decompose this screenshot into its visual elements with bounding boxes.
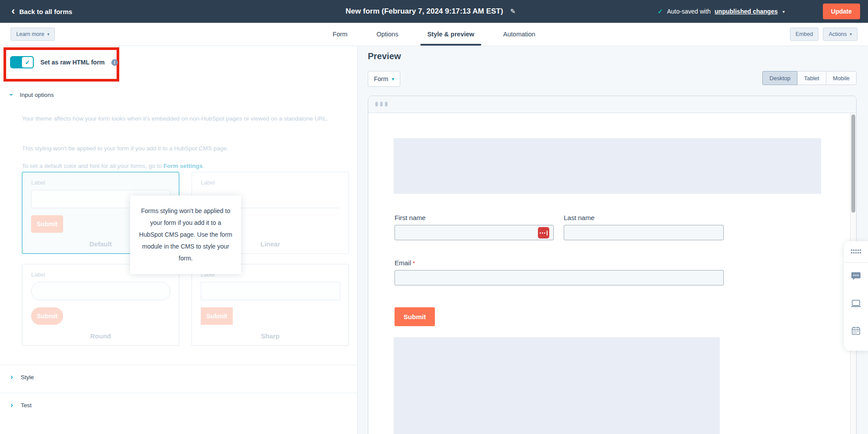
- required-asterisk: *: [413, 260, 415, 267]
- autosave-check-icon: ✓: [658, 7, 663, 15]
- actions-button[interactable]: Actions ▾: [823, 28, 857, 41]
- input-options-section-header[interactable]: › Input options: [10, 91, 54, 98]
- tab-options[interactable]: Options: [375, 23, 400, 46]
- autosave-caret-icon[interactable]: ▾: [783, 9, 785, 14]
- preview-form-selector[interactable]: Form ▾: [368, 71, 400, 87]
- form-settings-prefix: To set a default color and font for all …: [22, 163, 164, 169]
- learn-more-button[interactable]: Learn more ▾: [11, 28, 55, 41]
- device-toggle-group: Desktop Tablet Mobile: [762, 71, 857, 85]
- email-label: Email*: [395, 259, 415, 267]
- back-chevron-icon: ‹: [11, 6, 15, 16]
- top-navigation-bar: ‹ Back to all forms New form (February 7…: [0, 0, 868, 23]
- embed-button[interactable]: Embed: [790, 28, 819, 41]
- style-section-header[interactable]: › Style: [11, 374, 34, 381]
- preview-title: Preview: [368, 51, 401, 61]
- editor-tabs: Form Options Style & preview Automation: [331, 23, 537, 46]
- raw-html-toggle-row: ✓ Set as raw HTML form i: [10, 56, 118, 68]
- section-divider: [0, 393, 357, 393]
- update-button[interactable]: Update: [823, 4, 860, 19]
- raw-html-toggle-label: Set as raw HTML form: [40, 59, 105, 66]
- form-settings-note-text: To set a default color and font for all …: [22, 160, 350, 172]
- theme-card-input-preview: [201, 282, 340, 300]
- theme-description-text: Your theme affects how your form looks w…: [22, 113, 350, 125]
- section-divider: [0, 365, 357, 365]
- style-settings-panel: ✓ Set as raw HTML form i › Input options…: [0, 46, 358, 434]
- raw-html-toggle[interactable]: ✓: [10, 56, 34, 68]
- editor-toolbar: Learn more ▾ Form Options Style & previe…: [0, 23, 868, 46]
- back-to-all-forms-link[interactable]: ‹ Back to all forms: [11, 7, 72, 16]
- theme-card-submit-preview: Submit: [31, 307, 63, 325]
- chevron-down-icon: ›: [8, 93, 15, 96]
- info-icon[interactable]: i: [111, 59, 118, 66]
- test-section-label: Test: [21, 402, 32, 409]
- learn-more-label: Learn more: [16, 31, 44, 37]
- device-button-mobile[interactable]: Mobile: [826, 71, 857, 85]
- first-name-input[interactable]: [395, 225, 554, 240]
- actions-label: Actions: [829, 31, 847, 37]
- preview-browser-frame: First name Last name Email* Submit: [368, 96, 857, 434]
- email-label-text: Email: [395, 259, 411, 267]
- page-footer-placeholder: [394, 337, 720, 434]
- actions-caret-icon: ▾: [850, 32, 852, 36]
- autosave-text: Auto-saved with: [667, 8, 711, 15]
- preview-page-content: First name Last name Email* Submit: [368, 113, 856, 434]
- form-title-wrap: New form (February 7, 2024 9:17:13 AM ES…: [345, 7, 516, 16]
- first-name-label: First name: [395, 214, 426, 221]
- theme-card-round[interactable]: Label Submit Round: [22, 264, 179, 346]
- preview-form-selector-label: Form: [374, 75, 388, 82]
- cms-styling-tooltip: Forms styling won't be applied to your f…: [130, 196, 241, 274]
- form-settings-suffix: .: [203, 163, 204, 169]
- password-manager-autofill-icon[interactable]: [538, 227, 549, 238]
- theme-card-submit-preview: Submit: [201, 307, 233, 325]
- cms-styling-note-text: This styling won't be applied to your fo…: [22, 143, 350, 154]
- input-options-title: Input options: [20, 92, 53, 98]
- chevron-right-icon: ›: [11, 402, 13, 409]
- theme-card-field-label: Label: [201, 179, 215, 186]
- theme-card-name: Round: [22, 332, 179, 340]
- theme-card-name: Sharp: [192, 332, 349, 340]
- autosave-status: ✓ Auto-saved with unpublished changes ▾: [658, 7, 785, 15]
- preview-scrollbar-thumb[interactable]: [851, 114, 855, 213]
- calendar-icon[interactable]: [844, 317, 868, 344]
- toolbar-right-actions: Embed Actions ▾: [790, 28, 857, 41]
- back-label: Back to all forms: [19, 8, 72, 15]
- tab-automation[interactable]: Automation: [502, 23, 537, 46]
- form-submit-button[interactable]: Submit: [395, 307, 435, 326]
- toggle-check-icon: ✓: [21, 56, 34, 68]
- learn-more-caret-icon: ▾: [47, 32, 50, 36]
- last-name-label: Last name: [564, 214, 594, 221]
- grid-handle-icon[interactable]: [844, 241, 868, 263]
- theme-card-sharp[interactable]: Label Submit Sharp: [192, 264, 349, 346]
- style-section-label: Style: [21, 374, 34, 381]
- form-title: New form (February 7, 2024 9:17:13 AM ES…: [345, 7, 503, 16]
- unpublished-changes-link[interactable]: unpublished changes: [715, 8, 778, 15]
- tab-style-preview[interactable]: Style & preview: [426, 23, 476, 46]
- browser-dots-icon: [375, 102, 388, 107]
- theme-card-submit-preview: Submit: [31, 215, 63, 233]
- test-section-header[interactable]: › Test: [11, 402, 32, 409]
- email-input[interactable]: [395, 270, 724, 285]
- form-settings-link[interactable]: Form settings: [164, 163, 203, 169]
- theme-card-field-label: Label: [31, 179, 45, 186]
- last-name-input[interactable]: [564, 225, 724, 240]
- panel-icon[interactable]: [844, 290, 868, 317]
- collapsed-side-toolbar: [844, 241, 868, 351]
- device-button-desktop[interactable]: Desktop: [762, 71, 797, 85]
- tab-form[interactable]: Form: [331, 23, 349, 46]
- browser-chrome-bar: [368, 96, 856, 113]
- page-header-placeholder: [394, 138, 821, 194]
- comments-icon[interactable]: [844, 263, 868, 290]
- theme-card-field-label: Label: [31, 271, 45, 278]
- device-button-tablet[interactable]: Tablet: [797, 71, 826, 85]
- edit-title-pencil-icon[interactable]: ✎: [510, 7, 516, 15]
- theme-card-input-preview: [31, 282, 171, 300]
- preview-panel: Preview Form ▾ Desktop Tablet Mobile Fir…: [358, 46, 868, 434]
- form-selector-caret-icon: ▾: [392, 76, 395, 82]
- chevron-right-icon: ›: [11, 374, 13, 381]
